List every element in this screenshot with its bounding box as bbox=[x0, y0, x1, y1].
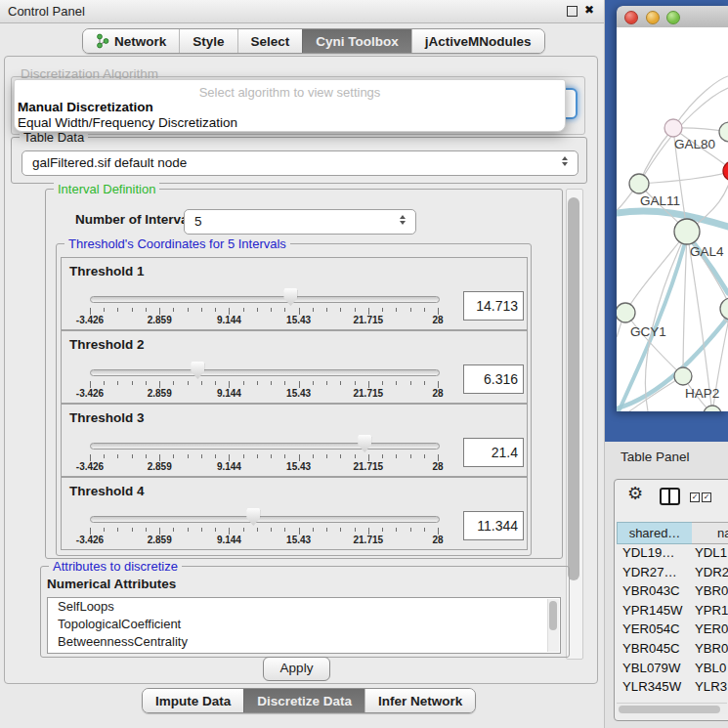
columns-icon[interactable] bbox=[660, 488, 680, 505]
table-row[interactable]: YER054CYER0 bbox=[617, 621, 728, 641]
network-node-gcy1[interactable] bbox=[617, 303, 635, 322]
slider-minor-tick bbox=[117, 381, 118, 385]
minimize-traffic-light-icon[interactable] bbox=[646, 11, 660, 24]
slider-minor-tick bbox=[146, 381, 147, 385]
tab-style[interactable]: Style bbox=[179, 29, 236, 53]
network-node-g[interactable] bbox=[719, 122, 728, 142]
table-data-title: Table Data bbox=[20, 130, 88, 145]
slider-minor-tick bbox=[117, 528, 118, 532]
slider-minor-tick bbox=[188, 308, 189, 312]
algorithm-option-equal-width[interactable]: Equal Width/Frequency Discretization bbox=[18, 115, 237, 130]
table-row[interactable]: YBR043CYBR0 bbox=[617, 583, 728, 603]
network-node-gal11[interactable] bbox=[629, 174, 649, 193]
attribute-list-item[interactable]: BetweennessCentrality bbox=[48, 633, 560, 651]
table-panel-window: ⚙ ✓ ✓ shared… na YDL19…YDL1YDR27…YDR2YBR… bbox=[614, 479, 728, 721]
slider-minor-tick bbox=[188, 454, 189, 458]
zoom-traffic-light-icon[interactable] bbox=[666, 11, 680, 24]
apply-button[interactable]: Apply bbox=[263, 657, 330, 681]
slider-minor-tick bbox=[396, 528, 397, 532]
column-header-shared-name[interactable]: shared… bbox=[617, 522, 693, 544]
checkbox-icon[interactable]: ✓ bbox=[690, 492, 700, 502]
thresholds-coordinates-group: Threshold's Coordinates for 5 Intervals … bbox=[56, 243, 532, 556]
number-of-intervals-combo[interactable]: 5 bbox=[184, 209, 416, 235]
algorithm-dropdown-popup: Select algorithm to view settings Manual… bbox=[14, 79, 566, 132]
slider-minor-tick bbox=[410, 454, 411, 458]
tab-select[interactable]: Select bbox=[237, 29, 303, 53]
slider-minor-tick bbox=[243, 308, 244, 312]
threshold-value-field[interactable]: 11.344 bbox=[463, 511, 524, 540]
network-node-hap2[interactable] bbox=[674, 367, 692, 385]
scrollbar-thumb[interactable] bbox=[619, 706, 720, 713]
algorithm-option-manual[interactable]: Manual Discretization bbox=[18, 100, 153, 114]
network-node-h[interactable] bbox=[720, 298, 728, 320]
table-row[interactable]: YDR27…YDR2 bbox=[617, 565, 728, 584]
slider-minor-tick bbox=[326, 454, 327, 458]
screen: Control Panel ✖ NetworkStyleSelectCyni T… bbox=[0, 0, 728, 728]
slider-minor-tick bbox=[132, 308, 133, 312]
network-view-window[interactable]: GAL80GCGAL11GAL4GCY1HHAP2 bbox=[617, 6, 728, 411]
float-window-icon[interactable] bbox=[567, 6, 578, 17]
threshold-slider-track[interactable] bbox=[90, 443, 440, 450]
tab-infer-network[interactable]: Infer Network bbox=[364, 689, 475, 712]
threshold-value-field[interactable]: 21.4 bbox=[463, 438, 524, 467]
attributes-to-discretize-group: Attributes to discretize Numerical Attri… bbox=[40, 566, 570, 658]
scrollbar-thumb[interactable] bbox=[568, 197, 579, 580]
numerical-attributes-list[interactable]: SelfLoopsTopologicalCoefficientBetweenne… bbox=[47, 597, 561, 654]
slider-tick-label: 9.144 bbox=[204, 461, 253, 472]
threshold-value-field[interactable]: 6.316 bbox=[463, 364, 524, 394]
slider-minor-tick bbox=[271, 381, 272, 385]
attribute-list-item[interactable]: SelfLoops bbox=[48, 598, 560, 616]
network-node-gal80[interactable] bbox=[664, 119, 682, 137]
table-row[interactable]: YIL052CYIL0 bbox=[617, 699, 728, 702]
slider-major-tick bbox=[229, 308, 230, 315]
threshold-slider-handle[interactable] bbox=[283, 288, 297, 306]
slider-tick-label: 21.715 bbox=[344, 315, 393, 325]
tab-label: Infer Network bbox=[378, 694, 462, 708]
threshold-slider-track[interactable] bbox=[90, 296, 440, 303]
network-window-titlebar[interactable] bbox=[617, 6, 728, 28]
slider-major-tick bbox=[368, 308, 369, 315]
threshold-slider-handle[interactable] bbox=[246, 508, 260, 526]
threshold-slider-handle[interactable] bbox=[358, 435, 371, 452]
threshold-slider-handle[interactable] bbox=[191, 362, 204, 379]
threshold-slider-track[interactable] bbox=[90, 369, 440, 376]
slider-minor-tick bbox=[355, 308, 356, 312]
tab-cyni-toolbox[interactable]: Cyni Toolbox bbox=[302, 29, 411, 53]
tab-impute-data[interactable]: Impute Data bbox=[143, 689, 243, 712]
gear-icon[interactable]: ⚙ bbox=[627, 483, 643, 503]
column-header-name[interactable]: na bbox=[692, 522, 728, 544]
table-row[interactable]: YPR145WYPR1 bbox=[617, 603, 728, 622]
slider-minor-tick bbox=[201, 528, 202, 532]
tab-discretize-data[interactable]: Discretize Data bbox=[243, 689, 364, 712]
checkbox-icon[interactable]: ✓ bbox=[702, 492, 711, 502]
scrollbar-thumb[interactable] bbox=[549, 601, 557, 630]
table-row[interactable]: YLR345WYLR3 bbox=[617, 679, 728, 699]
list-vertical-scrollbar[interactable] bbox=[547, 599, 559, 652]
close-traffic-light-icon[interactable] bbox=[624, 11, 638, 24]
threshold-slider-track[interactable] bbox=[90, 516, 440, 523]
network-canvas[interactable]: GAL80GCGAL11GAL4GCY1HHAP2 bbox=[617, 27, 728, 411]
slider-minor-tick bbox=[271, 308, 272, 312]
table-row[interactable]: YBL079WYBL0 bbox=[617, 661, 728, 680]
threshold-value-field[interactable]: 14.713 bbox=[463, 291, 524, 321]
table-row[interactable]: YDL19…YDL1 bbox=[617, 545, 728, 565]
table-horizontal-scrollbar[interactable] bbox=[617, 703, 727, 714]
cell-shared-name: YDL19… bbox=[617, 545, 695, 560]
tab-network[interactable]: Network bbox=[83, 29, 179, 53]
slider-tick-label: 2.859 bbox=[135, 388, 184, 399]
network-node-gal4[interactable] bbox=[674, 219, 700, 244]
slider-minor-tick bbox=[340, 454, 341, 458]
attribute-list-item[interactable]: TopologicalCoefficient bbox=[48, 616, 560, 633]
slider-tick-label: 9.144 bbox=[204, 535, 253, 545]
table-data-combo[interactable]: galFiltered.sif default node bbox=[21, 150, 578, 176]
network-node[interactable] bbox=[704, 406, 721, 411]
numerical-attributes-label: Numerical Attributes bbox=[47, 577, 176, 591]
slider-major-tick bbox=[229, 528, 230, 535]
close-icon[interactable]: ✖ bbox=[584, 3, 594, 17]
table-row[interactable]: YBR045CYBR0 bbox=[617, 641, 728, 661]
cell-name: YER0 bbox=[695, 621, 728, 636]
slider-minor-tick bbox=[215, 528, 216, 532]
slider-major-tick bbox=[299, 308, 300, 315]
slider-minor-tick bbox=[284, 308, 285, 312]
tab-jactivemnodules[interactable]: jActiveMNodules bbox=[411, 29, 544, 53]
